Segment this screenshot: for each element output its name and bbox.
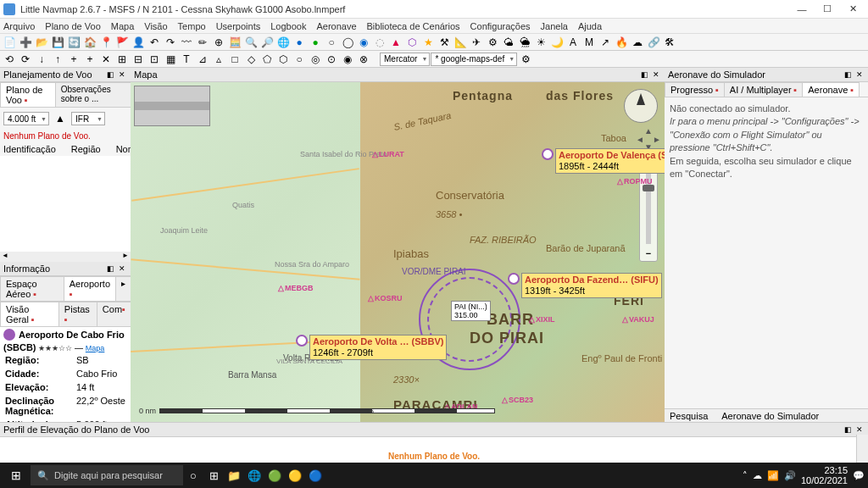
tb-save[interactable]: 💾	[50, 35, 65, 50]
tb2-21[interactable]: ⊙	[324, 52, 339, 67]
tb2-12[interactable]: T	[179, 52, 194, 67]
tab-com[interactable]: Com▪	[97, 302, 131, 326]
tb-home[interactable]: 🏠	[82, 35, 97, 50]
tb2-13[interactable]: ⊿	[195, 52, 210, 67]
tb-user[interactable]: 👤	[131, 35, 146, 50]
tray-notif-icon[interactable]: 💬	[853, 470, 865, 481]
sim-close-icon[interactable]: ✕	[854, 69, 865, 80]
search-tab[interactable]: Pesquisa	[670, 411, 708, 421]
tb2-8[interactable]: ⊞	[114, 52, 130, 67]
close-button[interactable]: ✕	[841, 2, 865, 17]
app1-icon[interactable]: 📁	[224, 465, 244, 485]
tb-redo[interactable]: ↷	[163, 35, 178, 50]
menu-userpoints[interactable]: Userpoints	[216, 21, 261, 31]
tb-plane[interactable]: ✈	[469, 35, 484, 50]
tab-prog[interactable]: Progresso ▪	[665, 82, 725, 97]
tb-gear[interactable]: ⚙	[485, 35, 500, 50]
tray-time[interactable]: 23:15	[801, 465, 848, 475]
tb-pin[interactable]: 📍	[98, 35, 114, 50]
tray-vol-icon[interactable]: 🔊	[784, 470, 796, 481]
tb2-16[interactable]: ◇	[243, 52, 259, 67]
tb2-6[interactable]: +	[82, 52, 97, 67]
minimize-button[interactable]: —	[790, 2, 814, 17]
tb-search[interactable]: 🔍	[243, 35, 259, 50]
tb-star[interactable]: ★	[420, 35, 436, 50]
tb-last[interactable]: 🛠	[662, 35, 677, 50]
tb-tool2[interactable]: 📐	[453, 35, 468, 50]
tb-edit[interactable]: ✏	[195, 35, 210, 50]
tb2-3[interactable]: ↓	[34, 52, 49, 67]
menu-visao[interactable]: Visão	[144, 21, 167, 31]
tb-open[interactable]: 📂	[34, 35, 49, 50]
tab-airport[interactable]: Aeroporto ▪	[64, 276, 116, 301]
tb-add[interactable]: ➕	[18, 35, 33, 50]
tray-net-icon[interactable]: 📶	[767, 470, 779, 481]
tb-hex[interactable]: ⬡	[404, 35, 420, 50]
tb2-19[interactable]: ○	[292, 52, 307, 67]
tb2-20[interactable]: ◎	[308, 52, 323, 67]
scroll-left-icon[interactable]: ◄	[2, 252, 8, 262]
app3-icon[interactable]: 🟢	[264, 465, 285, 485]
maximize-button[interactable]: ☐	[815, 2, 839, 17]
scroll-right-icon[interactable]: ►	[122, 252, 129, 262]
menu-mapa[interactable]: Mapa	[111, 21, 135, 31]
col-id[interactable]: Identificação	[3, 144, 56, 154]
prof-close-icon[interactable]: ✕	[854, 424, 865, 435]
altitude-combo[interactable]: 4.000 ft	[3, 112, 49, 125]
tb-c2[interactable]: ●	[308, 35, 323, 50]
tb-refresh[interactable]: 🔄	[66, 35, 81, 50]
taskview-icon[interactable]: ⊞	[203, 465, 224, 485]
search-sim-tab[interactable]: Aeronave do Simulador	[721, 411, 819, 421]
tb2-11[interactable]: ▦	[163, 52, 178, 67]
tb2-15[interactable]: □	[227, 52, 242, 67]
taskbar-search[interactable]: 🔍 Digite aqui para pesquisar	[31, 465, 183, 485]
airport-maplink[interactable]: Mapa	[86, 344, 105, 352]
tab-aircraft[interactable]: Aeronave ▪	[802, 82, 860, 97]
tb-zoomin[interactable]: 🔎	[259, 35, 275, 50]
menu-ajuda[interactable]: Ajuda	[578, 21, 602, 31]
menu-logbook[interactable]: Logbook	[270, 21, 306, 31]
tb-cloud[interactable]: ☁	[630, 35, 645, 50]
projection-combo[interactable]: Mercator	[380, 53, 430, 66]
tb-alpha[interactable]: A	[565, 35, 581, 50]
tb-sun[interactable]: ☀	[533, 35, 548, 50]
airport-sbbv[interactable]: Aeroporto De Volta … (SBBV)1246ft - 2709…	[296, 335, 447, 360]
tb-fire[interactable]: 🔥	[614, 35, 629, 50]
tb-new[interactable]: 📄	[2, 35, 17, 50]
menu-biblioteca[interactable]: Biblioteca de Cenários	[367, 21, 460, 31]
tb2-17[interactable]: ⬠	[259, 52, 275, 67]
theme-combo[interactable]: * google-maps-def	[431, 53, 517, 66]
map-canvas[interactable]: ▲▼ ◄► + − Pentagna das Flores VALENÇ Tab…	[131, 82, 665, 422]
tb2-1[interactable]: ⟲	[2, 52, 17, 67]
menu-config[interactable]: Configurações	[470, 21, 531, 31]
tb-link[interactable]: 🔗	[646, 35, 661, 50]
tb2-14[interactable]: ▵	[211, 52, 226, 67]
tab-airspace[interactable]: Espaço Aéreo ▪	[0, 276, 64, 301]
menu-arquivo[interactable]: Arquivo	[3, 21, 35, 31]
cortana-icon[interactable]: ○	[183, 465, 203, 485]
tb2-23[interactable]: ⊗	[356, 52, 371, 67]
alt-up-icon[interactable]: ▲	[53, 111, 68, 126]
info-float-icon[interactable]: ◧	[105, 263, 115, 274]
map-close-icon[interactable]: ✕	[651, 69, 661, 80]
tb-w2[interactable]: 🌦	[517, 35, 532, 50]
app4-icon[interactable]: 🟡	[285, 465, 305, 485]
tb2-10[interactable]: ⊡	[147, 52, 162, 67]
info-close-icon[interactable]: ✕	[117, 263, 127, 274]
tb-c1[interactable]: ●	[292, 35, 307, 50]
tab-tracks[interactable]: Pistas ▪	[58, 302, 97, 326]
tb-moon[interactable]: 🌙	[549, 35, 565, 50]
tb-tri[interactable]: ▲	[388, 35, 403, 50]
menu-tempo[interactable]: Tempo	[178, 21, 206, 31]
airport-sifu[interactable]: Aeroporto Da Fazend… (SIFU)1319ft - 3425…	[508, 273, 662, 298]
menu-janela[interactable]: Janela	[541, 21, 568, 31]
tb-undo[interactable]: ↶	[147, 35, 162, 50]
prof-float-icon[interactable]: ◧	[843, 424, 853, 435]
tb-c6[interactable]: ◌	[372, 35, 387, 50]
tab-plano[interactable]: Plano de Voo ▪	[0, 82, 56, 107]
overview-map[interactable]	[134, 86, 210, 126]
tb-route[interactable]: 〰	[179, 35, 194, 50]
col-region[interactable]: Região	[71, 144, 101, 154]
tb2-5[interactable]: +	[66, 52, 81, 67]
tray-date[interactable]: 10/02/2021	[801, 475, 848, 485]
